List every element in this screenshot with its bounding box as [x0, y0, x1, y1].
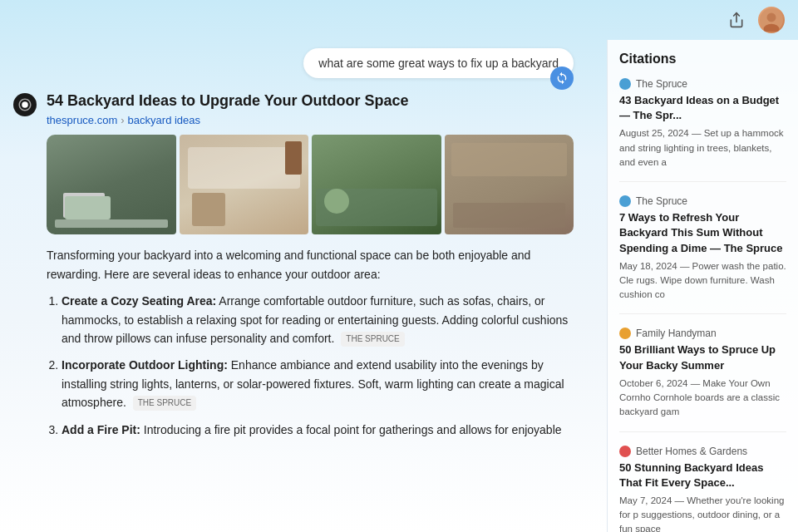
chat-area: what are some great ways to fix up a bac… — [0, 40, 607, 532]
source-dot-3 — [619, 328, 631, 339]
article-card: 54 Backyard Ideas to Upgrade Your Outdoo… — [47, 91, 574, 234]
avatar[interactable] — [758, 7, 785, 33]
article-source: thespruce.com › backyard ideas — [47, 114, 574, 126]
citation-title-2[interactable]: 7 Ways to Refresh Your Backyard This Sum… — [619, 210, 786, 256]
citation-title-3[interactable]: 50 Brilliant Ways to Spruce Up Your Back… — [619, 342, 786, 372]
citations-sidebar: Citations The Spruce 43 Backyard Ideas o… — [607, 40, 798, 532]
source-dot-4 — [619, 446, 631, 457]
image-grid — [47, 135, 574, 234]
citation-item-3: Family Handyman 50 Brilliant Ways to Spr… — [619, 328, 786, 431]
source-name-3: Family Handyman — [636, 328, 717, 339]
source-name-1: The Spruce — [636, 78, 687, 90]
citation-source-row-4: Better Homes & Gardens — [619, 446, 786, 457]
citation-item-4: Better Homes & Gardens 50 Stunning Backy… — [619, 446, 786, 532]
article-image-1 — [47, 135, 176, 234]
list-item-3-text: Introducing a fire pit provides a focal … — [144, 423, 562, 436]
response-list: Create a Cozy Seating Area: Arrange comf… — [47, 292, 574, 439]
list-item-2: Incorporate Outdoor Lighting: Enhance am… — [62, 356, 574, 411]
source-name-4: Better Homes & Gardens — [636, 446, 747, 457]
citation-date-1: August 25, 2024 — Set up a hammock and s… — [619, 126, 786, 170]
article-source-path[interactable]: backyard ideas — [128, 114, 200, 126]
response-content: 54 Backyard Ideas to Upgrade Your Outdoo… — [47, 91, 574, 447]
citation-source-row-2: The Spruce — [619, 195, 786, 207]
list-item-3-bold: Add a Fire Pit: — [62, 423, 140, 436]
response-intro-text: Transforming your backyard into a welcom… — [47, 246, 574, 283]
svg-point-2 — [767, 12, 776, 22]
article-title: 54 Backyard Ideas to Upgrade Your Outdoo… — [47, 91, 408, 111]
top-bar — [0, 0, 798, 40]
article-source-site[interactable]: thespruce.com — [47, 114, 117, 126]
user-message: what are some great ways to fix up a bac… — [303, 48, 574, 78]
article-image-4 — [445, 135, 574, 234]
svg-point-4 — [22, 101, 28, 108]
user-message-container: what are some great ways to fix up a bac… — [0, 40, 607, 91]
list-item-3: Add a Fire Pit: Introducing a fire pit p… — [62, 421, 574, 439]
ai-icon — [13, 93, 37, 116]
article-image-3 — [312, 135, 441, 234]
citation-date-4: May 7, 2024 — Whether you're looking for… — [619, 494, 786, 532]
source-dot-1 — [619, 78, 631, 90]
citation-title-1[interactable]: 43 Backyard Ideas on a Budget — The Spr.… — [619, 93, 786, 123]
list-item-1-source[interactable]: THE SPRUCE — [341, 332, 404, 347]
source-separator: › — [121, 114, 124, 126]
citation-source-row-3: Family Handyman — [619, 328, 786, 339]
citation-item-1: The Spruce 43 Backyard Ideas on a Budget… — [619, 78, 786, 182]
main-area: what are some great ways to fix up a bac… — [0, 40, 798, 532]
citation-source-row-1: The Spruce — [619, 78, 786, 90]
source-name-2: The Spruce — [636, 195, 687, 207]
article-image-2 — [180, 135, 309, 234]
citation-item-2: The Spruce 7 Ways to Refresh Your Backya… — [619, 195, 786, 314]
list-item-2-source[interactable]: THE SPRUCE — [133, 396, 196, 411]
share-button[interactable] — [723, 7, 750, 33]
ai-response: 54 Backyard Ideas to Upgrade Your Outdoo… — [0, 91, 607, 447]
user-message-text: what are some great ways to fix up a bac… — [318, 57, 559, 70]
list-item-1: Create a Cozy Seating Area: Arrange comf… — [62, 292, 574, 347]
citation-date-3: October 6, 2024 — Make Your Own Cornho C… — [619, 377, 786, 420]
list-item-2-bold: Incorporate Outdoor Lighting: — [62, 358, 228, 372]
citation-date-2: May 18, 2024 — Power wash the patio. Cle… — [619, 259, 786, 303]
list-item-1-bold: Create a Cozy Seating Area: — [62, 294, 216, 308]
source-dot-2 — [619, 195, 631, 207]
citation-title-4[interactable]: 50 Stunning Backyard Ideas That Fit Ever… — [619, 461, 786, 490]
citations-title: Citations — [619, 52, 786, 66]
citations-list: The Spruce 43 Backyard Ideas on a Budget… — [619, 78, 786, 532]
refresh-button[interactable] — [550, 66, 574, 90]
